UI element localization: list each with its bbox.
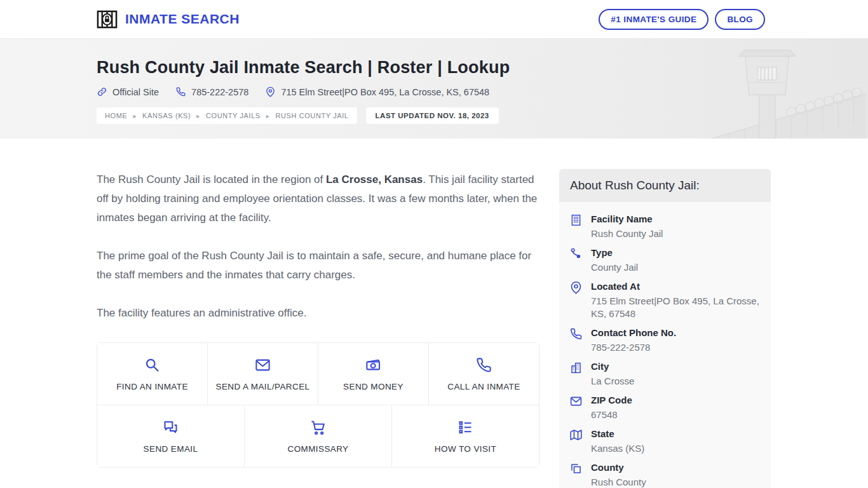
phone-icon: [175, 86, 186, 97]
commissary-button[interactable]: COMMISSARY: [244, 405, 391, 467]
phone-icon: [475, 356, 492, 374]
send-money-button[interactable]: SEND MONEY: [318, 343, 428, 405]
action-label: FIND AN INMATE: [116, 382, 188, 391]
link-icon: [97, 86, 107, 97]
chevron-right-icon: ▸: [266, 112, 270, 119]
goal-paragraph: The prime goal of the Rush County Jail i…: [97, 247, 539, 285]
fact-value: 715 Elm Street|PO Box 495, La Crosse, KS…: [591, 295, 761, 320]
route-icon: [569, 247, 583, 261]
action-links-grid: FIND AN INMATE SEND A MAIL/PARCEL SEND M…: [97, 342, 539, 468]
phone-number: 785-222-2578: [191, 87, 248, 97]
brand-logo-link[interactable]: INMATE SEARCH: [97, 9, 240, 30]
action-label: SEND MONEY: [343, 382, 403, 391]
breadcrumb-current: RUSH COUNTY JAIL: [275, 112, 348, 119]
fact-value: Rush County Jail: [591, 227, 663, 240]
phone-icon: [569, 327, 583, 341]
breadcrumb-county-jails[interactable]: COUNTY JAILS: [206, 112, 261, 119]
fact-value: 67548: [591, 409, 632, 421]
page-title: Rush County Jail Inmate Search | Roster …: [97, 58, 868, 78]
call-an-inmate-button[interactable]: CALL AN INMATE: [428, 343, 539, 405]
jail-bars-lock-icon: [97, 9, 118, 30]
breadcrumb-row: HOME ▸ KANSAS (KS) ▸ COUNTY JAILS ▸ RUSH…: [97, 107, 868, 124]
fact-label: Facility Name: [591, 213, 663, 226]
search-icon: [144, 356, 161, 374]
fact-zip-code: ZIP Code 67548: [569, 394, 761, 421]
nav-buttons: #1 INMATE'S GUIDE BLOG: [599, 9, 765, 30]
breadcrumb-home[interactable]: HOME: [105, 112, 127, 119]
action-label: SEND A MAIL/PARCEL: [215, 382, 309, 391]
fact-value: Kansas (KS): [591, 442, 644, 455]
fact-contact-phone: Contact Phone No. 785-222-2578: [569, 327, 761, 354]
facility-meta-row: Official Site 785-222-2578 715 Elm Stree…: [97, 86, 868, 97]
building-icon: [569, 214, 583, 227]
banknote-icon: [365, 356, 382, 374]
mail-icon: [569, 395, 583, 408]
chevron-right-icon: ▸: [133, 112, 137, 119]
main-layout: The Rush County Jail is located in the r…: [0, 139, 868, 488]
fact-located-at: Located At 715 Elm Street|PO Box 495, La…: [569, 280, 761, 320]
sidebar-title: About Rush County Jail:: [559, 169, 771, 202]
about-facility-sidebar: About Rush County Jail: Facility Name Ru…: [559, 169, 771, 488]
article-content: The Rush County Jail is located in the r…: [97, 139, 539, 488]
last-updated-badge: LAST UPDATED NOV. 18, 2023: [366, 107, 499, 124]
official-site-link[interactable]: Official Site: [97, 86, 159, 97]
fact-type: Type County Jail: [569, 247, 761, 274]
fact-county: County Rush County: [569, 461, 761, 488]
fact-value: Rush County: [591, 476, 646, 488]
breadcrumb: HOME ▸ KANSAS (KS) ▸ COUNTY JAILS ▸ RUSH…: [97, 107, 357, 124]
fact-label: Type: [591, 247, 638, 259]
overlap-squares-icon: [569, 462, 583, 475]
action-label: COMMISSARY: [287, 444, 348, 454]
action-label: CALL AN INMATE: [447, 382, 520, 391]
location-bold: La Crosse, Kansas: [326, 173, 423, 186]
fact-label: Located At: [591, 280, 761, 293]
fact-label: Contact Phone No.: [591, 327, 676, 339]
checklist-icon: [457, 419, 474, 436]
brand-name: INMATE SEARCH: [125, 11, 240, 27]
find-an-inmate-button[interactable]: FIND AN INMATE: [97, 343, 207, 405]
fact-value: County Jail: [591, 261, 638, 274]
actions-row-1: FIND AN INMATE SEND A MAIL/PARCEL SEND M…: [97, 343, 539, 405]
fact-label: ZIP Code: [591, 394, 632, 407]
fact-label: State: [591, 428, 644, 440]
envelope-icon: [254, 356, 271, 374]
actions-row-2: SEND EMAIL COMMISSARY HOW TO VISIT: [97, 405, 539, 467]
map-pin-icon: [265, 86, 276, 97]
breadcrumb-state[interactable]: KANSAS (KS): [142, 112, 191, 119]
inmates-guide-button[interactable]: #1 INMATE'S GUIDE: [599, 9, 709, 30]
official-site-label: Official Site: [112, 87, 159, 97]
map-icon: [569, 428, 583, 442]
fact-label: City: [591, 360, 634, 373]
intro-paragraph: The Rush County Jail is located in the r…: [97, 170, 539, 227]
fact-state: State Kansas (KS): [569, 428, 761, 455]
map-pin-icon: [569, 281, 583, 294]
action-label: SEND EMAIL: [144, 444, 198, 454]
fact-facility-name: Facility Name Rush County Jail: [569, 213, 761, 240]
send-mail-parcel-button[interactable]: SEND A MAIL/PARCEL: [207, 343, 318, 405]
features-paragraph: The facility features an administrative …: [97, 304, 539, 323]
send-email-button[interactable]: SEND EMAIL: [97, 405, 244, 467]
fact-value: 785-222-2578: [591, 341, 676, 354]
address-text: 715 Elm Street|PO Box 495, La Crosse, KS…: [281, 87, 489, 97]
phone-link[interactable]: 785-222-2578: [175, 86, 248, 97]
city-icon: [569, 361, 583, 374]
blog-button[interactable]: BLOG: [715, 9, 765, 30]
chevron-right-icon: ▸: [196, 112, 200, 119]
how-to-visit-button[interactable]: HOW TO VISIT: [391, 405, 539, 467]
chat-bubbles-icon: [162, 419, 179, 436]
shopping-cart-icon: [309, 419, 327, 436]
fact-city: City La Crosse: [569, 360, 761, 388]
address-item: 715 Elm Street|PO Box 495, La Crosse, KS…: [265, 86, 489, 97]
hero-banner: Rush County Jail Inmate Search | Roster …: [0, 39, 868, 139]
top-navigation: INMATE SEARCH #1 INMATE'S GUIDE BLOG: [0, 0, 868, 39]
action-label: HOW TO VISIT: [435, 444, 496, 454]
fact-label: County: [591, 461, 646, 474]
sidebar-facts: Facility Name Rush County Jail Type Coun…: [559, 202, 771, 488]
fact-value: La Crosse: [591, 375, 634, 388]
